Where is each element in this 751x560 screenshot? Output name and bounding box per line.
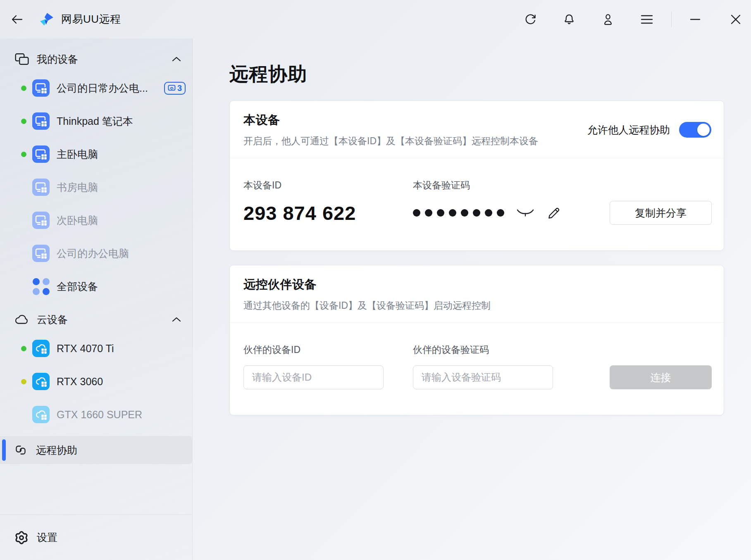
device-row[interactable]: 全部设备 bbox=[0, 270, 192, 303]
cloud-device-icon bbox=[32, 340, 50, 357]
sidebar-section-my-devices[interactable]: 我的设备 bbox=[0, 47, 192, 71]
copy-share-button[interactable]: 复制并分享 bbox=[610, 201, 712, 225]
device-status-dot bbox=[21, 86, 26, 91]
device-status-dot bbox=[21, 346, 26, 351]
user-icon bbox=[602, 13, 614, 26]
remote-assist-icon bbox=[14, 443, 28, 457]
device-status-dot bbox=[21, 119, 26, 124]
device-name: 次卧电脑 bbox=[57, 214, 98, 227]
close-button[interactable] bbox=[726, 10, 745, 29]
toggle-knob bbox=[697, 124, 710, 136]
device-row[interactable]: 次卧电脑 bbox=[0, 204, 192, 237]
settings-label: 设置 bbox=[37, 531, 57, 544]
device-id-label: 本设备ID bbox=[243, 179, 413, 192]
bell-icon bbox=[563, 13, 575, 26]
partner-code-input[interactable] bbox=[413, 365, 553, 389]
remote-session-badge: 3 bbox=[164, 82, 186, 95]
device-name: GTX 1660 SUPER bbox=[57, 409, 142, 421]
cloud-section-icon bbox=[14, 313, 30, 326]
device-code-label: 本设备验证码 bbox=[413, 179, 610, 192]
gear-icon bbox=[14, 531, 29, 545]
minimize-icon bbox=[690, 14, 701, 25]
local-card-description: 开启后，他人可通过【本设备ID】及【本设备验证码】远程控制本设备 bbox=[243, 135, 538, 148]
close-icon bbox=[730, 14, 741, 25]
eye-closed-icon bbox=[516, 207, 535, 219]
refresh-icon bbox=[524, 13, 536, 26]
back-button[interactable] bbox=[7, 10, 26, 29]
my-devices-list: 公司的日常办公电... 3 Thinkpad 笔记本 bbox=[0, 71, 192, 303]
minimize-button[interactable] bbox=[686, 10, 705, 29]
device-name: Thinkpad 笔记本 bbox=[57, 114, 133, 128]
masked-verification-code bbox=[413, 209, 504, 217]
section-label: 我的设备 bbox=[37, 52, 78, 66]
device-row[interactable]: 公司的办公电脑 bbox=[0, 237, 192, 270]
edit-code-button[interactable] bbox=[546, 205, 561, 220]
remote-assist-label: 远程协助 bbox=[36, 443, 77, 457]
allow-remote-toggle[interactable] bbox=[679, 122, 711, 138]
app-title: 网易UU远程 bbox=[61, 12, 121, 26]
device-row[interactable]: 书房电脑 bbox=[0, 171, 192, 204]
partner-device-card: 远控伙伴设备 通过其他设备的【设备ID】及【设备验证码】启动远程控制 伙伴的设备… bbox=[229, 265, 724, 415]
title-bar: 网易UU远程 bbox=[0, 0, 751, 38]
my-devices-icon bbox=[14, 52, 30, 66]
cloud-device-icon bbox=[32, 373, 50, 390]
pc-device-icon bbox=[32, 79, 50, 97]
hamburger-icon bbox=[640, 14, 653, 25]
session-count: 3 bbox=[177, 83, 182, 93]
device-row[interactable]: Thinkpad 笔记本 bbox=[0, 105, 192, 138]
partner-id-label: 伙伴的设备ID bbox=[243, 343, 413, 356]
device-name: 公司的日常办公电... bbox=[57, 81, 148, 95]
pc-device-icon bbox=[32, 145, 50, 163]
local-device-card: 本设备 开启后，他人可通过【本设备ID】及【本设备验证码】远程控制本设备 允许他… bbox=[229, 100, 724, 251]
local-card-title: 本设备 bbox=[243, 112, 538, 129]
partner-code-label: 伙伴的设备验证码 bbox=[413, 343, 610, 356]
section-label: 云设备 bbox=[37, 313, 68, 326]
device-name: 公司的办公电脑 bbox=[57, 247, 129, 260]
sidebar: 我的设备 公司的日常办公电... 3 bbox=[0, 38, 193, 560]
cloud-device-icon bbox=[32, 406, 50, 423]
device-row[interactable]: 主卧电脑 bbox=[0, 138, 192, 171]
pencil-icon bbox=[546, 205, 561, 220]
chevron-up-icon[interactable] bbox=[172, 56, 181, 62]
device-status-dot bbox=[21, 379, 26, 384]
main-content: 远程协助 本设备 开启后，他人可通过【本设备ID】及【本设备验证码】远程控制本设… bbox=[193, 38, 751, 560]
partner-id-input[interactable] bbox=[243, 365, 384, 389]
title-bar-actions bbox=[511, 10, 748, 29]
pc-device-icon bbox=[32, 245, 50, 262]
device-name: 书房电脑 bbox=[57, 181, 98, 194]
back-arrow-icon bbox=[11, 14, 23, 25]
sidebar-section-cloud-devices[interactable]: 云设备 bbox=[0, 307, 192, 332]
device-row[interactable]: RTX 4070 Ti bbox=[0, 332, 192, 365]
device-status-dot bbox=[21, 152, 26, 157]
device-row[interactable]: 公司的日常办公电... 3 bbox=[0, 71, 192, 105]
device-id-value: 293 874 622 bbox=[243, 202, 356, 224]
partner-card-title: 远控伙伴设备 bbox=[243, 276, 491, 293]
chevron-up-icon[interactable] bbox=[172, 317, 181, 322]
show-code-button[interactable] bbox=[516, 207, 535, 219]
refresh-button[interactable] bbox=[521, 10, 540, 29]
menu-button[interactable] bbox=[637, 10, 656, 29]
sidebar-item-settings[interactable]: 设置 bbox=[0, 515, 192, 560]
connect-button[interactable]: 连接 bbox=[610, 365, 712, 389]
page-title: 远程协助 bbox=[229, 62, 724, 87]
device-name: RTX 3060 bbox=[57, 376, 103, 388]
pc-device-icon bbox=[32, 179, 50, 196]
app-logo bbox=[39, 12, 55, 27]
allow-remote-toggle-label: 允许他人远程协助 bbox=[587, 123, 670, 137]
sidebar-item-remote-assist[interactable]: 远程协助 bbox=[0, 436, 192, 464]
device-row[interactable]: RTX 3060 bbox=[0, 365, 192, 398]
device-name: 主卧电脑 bbox=[57, 148, 98, 161]
screen-cast-icon bbox=[168, 85, 176, 91]
notifications-button[interactable] bbox=[560, 10, 579, 29]
pc-device-icon bbox=[32, 112, 50, 130]
all-devices-icon bbox=[32, 278, 50, 295]
device-name: RTX 4070 Ti bbox=[57, 343, 114, 355]
partner-card-description: 通过其他设备的【设备ID】及【设备验证码】启动远程控制 bbox=[243, 299, 491, 312]
titlebar-divider bbox=[671, 12, 672, 27]
device-row[interactable]: GTX 1660 SUPER bbox=[0, 398, 192, 431]
app-window: 网易UU远程 bbox=[0, 0, 751, 560]
cloud-devices-list: RTX 4070 Ti RTX 3060 bbox=[0, 332, 192, 431]
pc-device-icon bbox=[32, 212, 50, 229]
device-name: 全部设备 bbox=[57, 280, 98, 293]
account-button[interactable] bbox=[598, 10, 617, 29]
